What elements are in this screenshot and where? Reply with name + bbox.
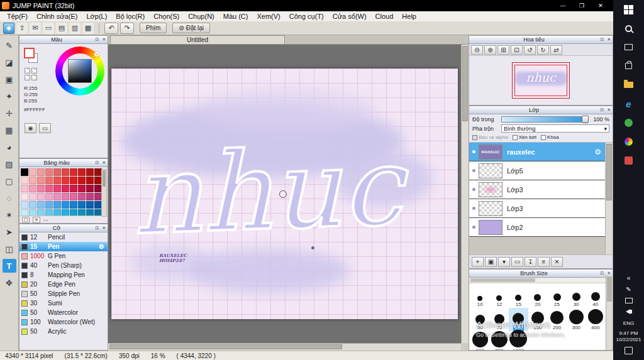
zoom-out-button[interactable]: ⊖	[471, 45, 483, 55]
document-tab[interactable]: Untitled	[110, 35, 285, 44]
palette-swatch[interactable]	[53, 193, 61, 200]
palette-swatch[interactable]	[45, 193, 53, 200]
palette-swatch[interactable]	[45, 185, 53, 192]
store-button[interactable]	[613, 57, 644, 75]
transparent-color-options[interactable]	[25, 68, 37, 80]
brush-preset-row[interactable]: 12 Pencil	[19, 232, 108, 242]
opacity-slider[interactable]	[501, 116, 588, 123]
menu-item[interactable]: Màu (C)	[219, 11, 253, 21]
brush-size-option[interactable]: 20	[528, 285, 548, 308]
palette-swatch[interactable]	[70, 193, 77, 200]
material-grid-icon[interactable]: ▩	[82, 23, 94, 34]
palette-swatch[interactable]	[70, 168, 77, 176]
panel-close-icon[interactable]: ✕	[606, 107, 613, 114]
paint-mode-icon[interactable]: ◈	[3, 23, 14, 34]
palette-swatch[interactable]	[21, 193, 28, 200]
saturation-value-square[interactable]	[68, 59, 92, 83]
palette-swatch[interactable]	[21, 209, 28, 215]
brush-size-option[interactable]: 200	[547, 308, 567, 331]
layer-row[interactable]: Lớp3	[469, 180, 605, 199]
hidden-icons-button[interactable]: «	[627, 272, 631, 283]
photos-button[interactable]	[613, 132, 644, 151]
palette-swatch[interactable]	[86, 201, 94, 209]
magic-wand-tool[interactable]: ✶	[3, 208, 16, 222]
palette-swatch[interactable]	[78, 201, 86, 209]
palette-swatch[interactable]	[21, 201, 28, 209]
brush-preset-row[interactable]: 50 Acrylic	[19, 327, 108, 336]
panel-close-icon[interactable]: ✕	[101, 160, 108, 166]
menu-item[interactable]: Công cụ(T)	[285, 11, 328, 21]
maximize-button[interactable]: ❐	[572, 0, 591, 11]
move-tool[interactable]: ✛	[3, 106, 16, 120]
text-tool[interactable]: T	[3, 259, 16, 273]
gradient-tool[interactable]: ▨	[3, 157, 16, 171]
undo-button[interactable]: ↶	[104, 23, 118, 34]
rotate-right-button[interactable]: ↻	[537, 45, 549, 55]
palette-swatch[interactable]	[86, 193, 94, 200]
checkbox-icon[interactable]	[472, 135, 477, 140]
palette-swatch[interactable]	[62, 201, 69, 209]
fit-window-button[interactable]: ⊞	[497, 45, 509, 55]
add-palette-color-button[interactable]: ▢	[22, 217, 30, 223]
drawing-canvas[interactable]: nhuc RAUXELEC HOI4P247	[111, 68, 458, 319]
divide-tool[interactable]: ◫	[3, 242, 16, 256]
palette-swatch[interactable]	[62, 193, 69, 200]
panel-float-icon[interactable]: ⊡	[599, 270, 606, 277]
palette-swatch[interactable]	[70, 177, 77, 184]
navigator-thumbnail[interactable]: nhuc	[512, 62, 570, 99]
delete-layer-button[interactable]: ✕	[551, 257, 563, 267]
palette-swatch[interactable]	[78, 193, 86, 200]
palette-swatch[interactable]	[37, 193, 45, 200]
lasso-tool[interactable]: ◌	[3, 191, 16, 205]
hue-marker[interactable]	[94, 52, 99, 57]
brush-size-option[interactable]: 100	[509, 308, 528, 331]
palette-swatch[interactable]	[86, 185, 94, 192]
menu-item[interactable]: Chỉnh sửa(E)	[32, 11, 82, 21]
taskbar-search-button[interactable]	[613, 19, 644, 38]
palette-swatch[interactable]	[78, 177, 86, 184]
palette-swatch[interactable]	[37, 201, 45, 209]
pen-settings-button[interactable]: ✎	[626, 283, 631, 295]
brush-size-option[interactable]: 150	[528, 308, 548, 331]
foreground-color-swatch[interactable]	[24, 48, 35, 58]
palette-swatch[interactable]	[37, 185, 45, 192]
brush-size-option[interactable]: 40	[586, 285, 605, 308]
palette-swatch[interactable]	[78, 168, 86, 176]
checkbox-icon[interactable]	[541, 135, 546, 140]
network-button[interactable]	[625, 295, 633, 306]
brush-preset-row[interactable]: 1000 G Pen	[19, 251, 108, 261]
menu-item[interactable]: Help	[397, 11, 421, 21]
layer-row[interactable]: Lớp5	[469, 161, 605, 180]
panel-float-icon[interactable]: ⊡	[94, 225, 101, 232]
layer-visibility-toggle[interactable]	[469, 188, 479, 191]
publish-icon[interactable]: ⇪	[16, 23, 28, 34]
canvas-horizontal-scrollbar[interactable]	[108, 343, 461, 351]
palette-swatch[interactable]	[62, 177, 69, 184]
menu-item[interactable]: Chọn(S)	[149, 11, 184, 21]
combine-layer-button[interactable]: ≡	[538, 257, 550, 267]
stamp-tool[interactable]: ▣	[3, 72, 16, 86]
add-layer-button[interactable]: +	[472, 257, 484, 267]
palette-swatch[interactable]	[70, 209, 77, 215]
operation-tool[interactable]: ➤	[3, 225, 16, 239]
palette-swatch[interactable]	[53, 177, 61, 184]
page-icon[interactable]: ▤	[56, 23, 67, 34]
menu-item[interactable]: Bộ lọc(R)	[111, 11, 149, 21]
volume-button[interactable]	[626, 306, 632, 317]
brush-size-option[interactable]: 25	[547, 285, 567, 308]
menu-item[interactable]: Cửa sổ(W)	[328, 11, 371, 21]
menu-item[interactable]: Xem(V)	[252, 11, 284, 21]
brush-size-option[interactable]: 400	[586, 308, 605, 331]
select-tool[interactable]: ▢	[3, 174, 16, 188]
layer-option-checkbox[interactable]: Xén bớt	[513, 134, 536, 140]
brush-preset-row[interactable]: 15 Pen	[19, 242, 108, 251]
layer-option-checkbox[interactable]: Bảo vệ alpha	[472, 134, 508, 140]
flip-button[interactable]: ⇄	[550, 45, 562, 55]
eraser-tool[interactable]: ◪	[3, 55, 16, 69]
menu-item[interactable]: Lớp(L)	[82, 11, 111, 21]
brush-size-option[interactable]: 700	[490, 331, 509, 350]
palette-swatch[interactable]	[86, 168, 94, 176]
brush-preset-row[interactable]: 8 Mapping Pen	[19, 270, 108, 280]
palette-swatch[interactable]	[62, 168, 69, 176]
reset-button[interactable]: ⊘ Đặt lại	[172, 23, 210, 33]
